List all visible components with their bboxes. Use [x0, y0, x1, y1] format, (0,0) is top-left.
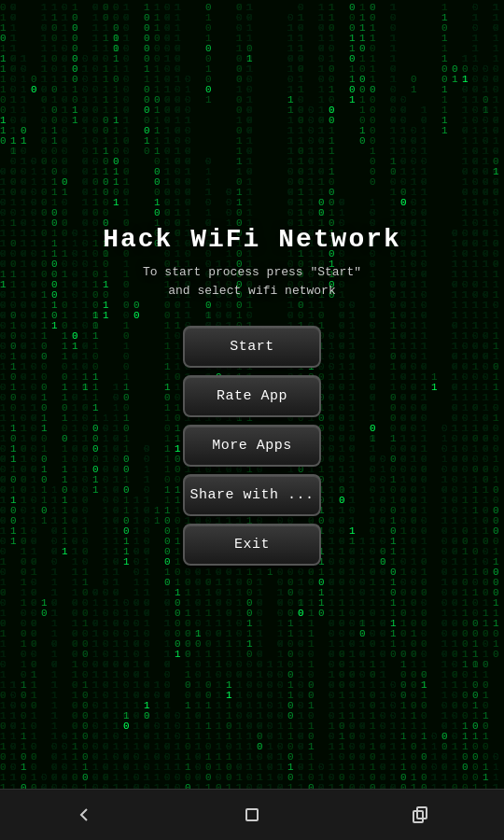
- recents-button[interactable]: [392, 796, 448, 833]
- svg-rect-0: [246, 809, 258, 820]
- rate-app-button[interactable]: Rate App: [183, 375, 321, 417]
- share-with-button[interactable]: Share with ...: [183, 474, 321, 516]
- more-apps-button[interactable]: More Apps: [183, 425, 321, 467]
- exit-button[interactable]: Exit: [183, 524, 321, 566]
- start-button[interactable]: Start: [183, 326, 321, 368]
- app-title: Hack WiFi Network: [103, 225, 401, 254]
- home-button[interactable]: [224, 796, 280, 833]
- back-button[interactable]: [56, 796, 112, 833]
- app-subtitle: To start process press "Start" and selec…: [143, 263, 361, 300]
- navigation-bar: [0, 789, 504, 840]
